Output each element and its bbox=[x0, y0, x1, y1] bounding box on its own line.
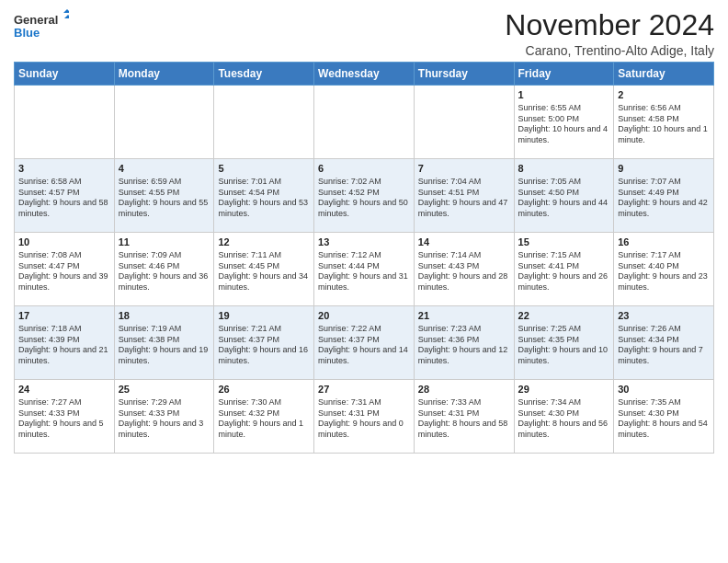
day-info: Sunrise: 7:26 AM Sunset: 4:34 PM Dayligh… bbox=[618, 324, 710, 367]
day-number: 19 bbox=[218, 309, 310, 323]
day-info: Sunrise: 7:09 AM Sunset: 4:46 PM Dayligh… bbox=[119, 250, 210, 293]
day-number: 21 bbox=[418, 309, 510, 323]
day-info: Sunrise: 6:55 AM Sunset: 5:00 PM Dayligh… bbox=[518, 103, 610, 146]
svg-marker-2 bbox=[63, 9, 69, 13]
day-info: Sunrise: 7:11 AM Sunset: 4:45 PM Dayligh… bbox=[218, 250, 310, 293]
day-number: 10 bbox=[18, 236, 110, 249]
calendar-cell: 5Sunrise: 7:01 AM Sunset: 4:54 PM Daylig… bbox=[214, 159, 314, 233]
day-number: 8 bbox=[518, 162, 610, 176]
day-of-week-header: Saturday bbox=[614, 63, 714, 86]
day-info: Sunrise: 7:04 AM Sunset: 4:51 PM Dayligh… bbox=[418, 177, 510, 220]
day-info: Sunrise: 7:30 AM Sunset: 4:32 PM Dayligh… bbox=[218, 397, 310, 441]
calendar-cell: 30Sunrise: 7:35 AM Sunset: 4:30 PM Dayli… bbox=[614, 380, 714, 454]
day-number: 20 bbox=[318, 309, 410, 323]
day-number: 22 bbox=[518, 309, 610, 323]
calendar-cell: 29Sunrise: 7:34 AM Sunset: 4:30 PM Dayli… bbox=[514, 380, 614, 454]
calendar-week-row: 17Sunrise: 7:18 AM Sunset: 4:39 PM Dayli… bbox=[15, 306, 714, 380]
day-number: 13 bbox=[318, 236, 410, 249]
day-of-week-header: Wednesday bbox=[314, 63, 415, 86]
calendar-cell: 18Sunrise: 7:19 AM Sunset: 4:38 PM Dayli… bbox=[114, 306, 214, 380]
calendar-cell bbox=[214, 86, 314, 159]
calendar-cell: 6Sunrise: 7:02 AM Sunset: 4:52 PM Daylig… bbox=[314, 159, 415, 233]
calendar-cell: 24Sunrise: 7:27 AM Sunset: 4:33 PM Dayli… bbox=[15, 380, 115, 454]
calendar-cell: 7Sunrise: 7:04 AM Sunset: 4:51 PM Daylig… bbox=[414, 159, 514, 233]
calendar-week-row: 1Sunrise: 6:55 AM Sunset: 5:00 PM Daylig… bbox=[15, 86, 714, 159]
calendar-cell bbox=[314, 86, 415, 159]
day-of-week-header: Thursday bbox=[414, 63, 514, 86]
calendar-cell bbox=[414, 86, 514, 159]
calendar-cell: 9Sunrise: 7:07 AM Sunset: 4:49 PM Daylig… bbox=[614, 159, 714, 233]
day-info: Sunrise: 7:27 AM Sunset: 4:33 PM Dayligh… bbox=[18, 397, 110, 441]
day-info: Sunrise: 7:17 AM Sunset: 4:40 PM Dayligh… bbox=[618, 250, 710, 293]
calendar-cell: 15Sunrise: 7:15 AM Sunset: 4:41 PM Dayli… bbox=[514, 233, 614, 306]
day-info: Sunrise: 7:35 AM Sunset: 4:30 PM Dayligh… bbox=[618, 397, 710, 441]
calendar-cell: 10Sunrise: 7:08 AM Sunset: 4:47 PM Dayli… bbox=[15, 233, 115, 306]
day-info: Sunrise: 6:58 AM Sunset: 4:57 PM Dayligh… bbox=[18, 177, 110, 220]
logo: General Blue bbox=[14, 9, 69, 46]
day-number: 30 bbox=[618, 383, 710, 396]
calendar-cell bbox=[15, 86, 115, 159]
calendar-cell: 14Sunrise: 7:14 AM Sunset: 4:43 PM Dayli… bbox=[414, 233, 514, 306]
day-info: Sunrise: 7:18 AM Sunset: 4:39 PM Dayligh… bbox=[18, 324, 110, 367]
day-info: Sunrise: 7:08 AM Sunset: 4:47 PM Dayligh… bbox=[18, 250, 110, 293]
calendar-cell: 1Sunrise: 6:55 AM Sunset: 5:00 PM Daylig… bbox=[514, 86, 614, 159]
calendar-cell: 26Sunrise: 7:30 AM Sunset: 4:32 PM Dayli… bbox=[214, 380, 314, 454]
month-title: November 2024 bbox=[505, 9, 714, 41]
day-info: Sunrise: 7:01 AM Sunset: 4:54 PM Dayligh… bbox=[218, 177, 310, 220]
calendar-cell: 19Sunrise: 7:21 AM Sunset: 4:37 PM Dayli… bbox=[214, 306, 314, 380]
day-info: Sunrise: 7:05 AM Sunset: 4:50 PM Dayligh… bbox=[518, 177, 610, 220]
calendar-cell: 17Sunrise: 7:18 AM Sunset: 4:39 PM Dayli… bbox=[15, 306, 115, 380]
day-info: Sunrise: 7:25 AM Sunset: 4:35 PM Dayligh… bbox=[518, 324, 610, 367]
calendar-cell: 25Sunrise: 7:29 AM Sunset: 4:33 PM Dayli… bbox=[114, 380, 214, 454]
calendar-cell: 4Sunrise: 6:59 AM Sunset: 4:55 PM Daylig… bbox=[114, 159, 214, 233]
day-info: Sunrise: 7:07 AM Sunset: 4:49 PM Dayligh… bbox=[618, 177, 710, 220]
day-number: 18 bbox=[119, 309, 210, 323]
day-info: Sunrise: 7:31 AM Sunset: 4:31 PM Dayligh… bbox=[318, 397, 410, 441]
day-number: 16 bbox=[618, 236, 710, 249]
day-of-week-header: Sunday bbox=[15, 63, 115, 86]
title-section: November 2024 Carano, Trentino-Alto Adig… bbox=[505, 9, 714, 58]
day-number: 26 bbox=[218, 383, 310, 396]
day-number: 14 bbox=[418, 236, 510, 249]
day-number: 7 bbox=[418, 162, 510, 176]
day-number: 4 bbox=[119, 162, 210, 176]
day-info: Sunrise: 7:33 AM Sunset: 4:31 PM Dayligh… bbox=[418, 397, 510, 441]
day-number: 23 bbox=[618, 309, 710, 323]
calendar-week-row: 3Sunrise: 6:58 AM Sunset: 4:57 PM Daylig… bbox=[15, 159, 714, 233]
calendar-week-row: 24Sunrise: 7:27 AM Sunset: 4:33 PM Dayli… bbox=[15, 380, 714, 454]
day-number: 6 bbox=[318, 162, 410, 176]
day-number: 5 bbox=[218, 162, 310, 176]
calendar-table: SundayMondayTuesdayWednesdayThursdayFrid… bbox=[14, 62, 714, 454]
day-number: 9 bbox=[618, 162, 710, 176]
day-of-week-header: Monday bbox=[114, 63, 214, 86]
calendar-cell: 20Sunrise: 7:22 AM Sunset: 4:37 PM Dayli… bbox=[314, 306, 415, 380]
calendar-cell: 8Sunrise: 7:05 AM Sunset: 4:50 PM Daylig… bbox=[514, 159, 614, 233]
day-number: 17 bbox=[18, 309, 110, 323]
calendar-cell: 13Sunrise: 7:12 AM Sunset: 4:44 PM Dayli… bbox=[314, 233, 415, 306]
day-info: Sunrise: 6:56 AM Sunset: 4:58 PM Dayligh… bbox=[618, 103, 710, 146]
day-info: Sunrise: 7:02 AM Sunset: 4:52 PM Dayligh… bbox=[318, 177, 410, 220]
calendar-cell: 16Sunrise: 7:17 AM Sunset: 4:40 PM Dayli… bbox=[614, 233, 714, 306]
day-of-week-header: Friday bbox=[514, 63, 614, 86]
location-subtitle: Carano, Trentino-Alto Adige, Italy bbox=[505, 43, 714, 58]
calendar-cell: 3Sunrise: 6:58 AM Sunset: 4:57 PM Daylig… bbox=[15, 159, 115, 233]
calendar-cell: 22Sunrise: 7:25 AM Sunset: 4:35 PM Dayli… bbox=[514, 306, 614, 380]
day-info: Sunrise: 7:12 AM Sunset: 4:44 PM Dayligh… bbox=[318, 250, 410, 293]
day-info: Sunrise: 7:15 AM Sunset: 4:41 PM Dayligh… bbox=[518, 250, 610, 293]
day-info: Sunrise: 7:14 AM Sunset: 4:43 PM Dayligh… bbox=[418, 250, 510, 293]
day-of-week-header: Tuesday bbox=[214, 63, 314, 86]
day-info: Sunrise: 7:22 AM Sunset: 4:37 PM Dayligh… bbox=[318, 324, 410, 367]
day-number: 27 bbox=[318, 383, 410, 396]
calendar-cell bbox=[114, 86, 214, 159]
calendar-cell: 28Sunrise: 7:33 AM Sunset: 4:31 PM Dayli… bbox=[414, 380, 514, 454]
day-number: 24 bbox=[18, 383, 110, 396]
svg-marker-3 bbox=[64, 15, 69, 18]
calendar-cell: 23Sunrise: 7:26 AM Sunset: 4:34 PM Dayli… bbox=[614, 306, 714, 380]
day-number: 28 bbox=[418, 383, 510, 396]
day-number: 11 bbox=[119, 236, 210, 249]
day-number: 25 bbox=[119, 383, 210, 396]
day-number: 12 bbox=[218, 236, 310, 249]
calendar-cell: 11Sunrise: 7:09 AM Sunset: 4:46 PM Dayli… bbox=[114, 233, 214, 306]
calendar-cell: 2Sunrise: 6:56 AM Sunset: 4:58 PM Daylig… bbox=[614, 86, 714, 159]
day-info: Sunrise: 7:23 AM Sunset: 4:36 PM Dayligh… bbox=[418, 324, 510, 367]
